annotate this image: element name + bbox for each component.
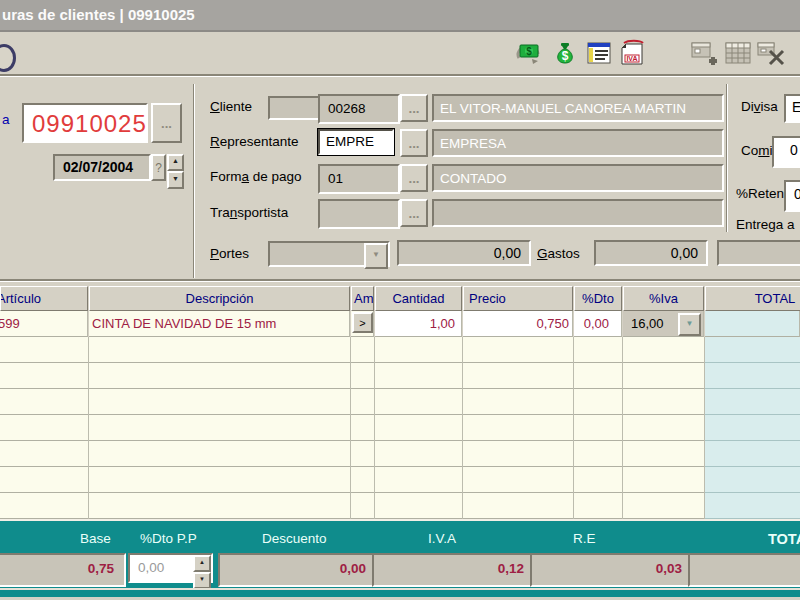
col-header-total[interactable]: TOTAL (705, 286, 800, 311)
representante-label: Representante (210, 134, 299, 149)
clipped-toolbar-icon[interactable] (0, 44, 16, 72)
add-line-icon[interactable] (690, 41, 718, 67)
cliente-code-field[interactable]: 00268 (318, 94, 400, 124)
re-label: R.E (573, 531, 596, 546)
col-header-articulo[interactable]: Artículo (0, 286, 88, 311)
svg-text:$: $ (526, 46, 532, 57)
invoice-lookup-button[interactable]: ... (151, 103, 182, 143)
money-exchange-icon[interactable]: $ (516, 40, 542, 66)
col-header-iva[interactable]: %Iva (623, 286, 704, 311)
toolbar-divider (0, 74, 800, 77)
title-bar[interactable]: uras de clientes | 09910025 (0, 0, 800, 32)
cell-precio[interactable]: 0,750 (463, 311, 573, 337)
portes-label: Portes (210, 246, 249, 261)
reten-label: %Reten. (736, 186, 788, 201)
grid-icon[interactable] (724, 41, 752, 67)
iva-label: I.V.A (428, 531, 456, 546)
cell-dto[interactable]: 0,00 (574, 311, 622, 337)
transportista-label: Transportista (210, 205, 288, 220)
transportista-code-field[interactable] (318, 199, 400, 229)
col-header-amp[interactable]: Amp (351, 286, 374, 311)
cell-iva[interactable]: 16,00 ▼ (623, 311, 704, 337)
portes-dropdown-arrow-icon[interactable]: ▼ (364, 243, 388, 269)
delete-line-icon[interactable] (756, 41, 786, 67)
invoice-date: 02/07/2004 (63, 159, 133, 175)
transportista-lookup-button[interactable]: ... (400, 199, 428, 227)
col-header-descripcion[interactable]: Descripción (89, 286, 350, 311)
representante-name-display: EMPRESA (432, 129, 724, 157)
table-row: 599 CINTA DE NAVIDAD DE 15 mm > 1,00 0,7… (0, 311, 800, 337)
representante-code-field[interactable]: EMPRE (318, 129, 394, 155)
descuento-value-field: 0,00 (218, 553, 378, 587)
svg-text:IVA: IVA (626, 55, 637, 62)
forma-pago-lookup-button[interactable]: ... (400, 164, 428, 192)
base-label: Base (80, 531, 111, 546)
panel-divider-left (193, 84, 195, 278)
base-value-field: 0,75 (0, 553, 126, 587)
spinner-down-icon[interactable]: ▼ (193, 572, 211, 589)
grid-line (350, 337, 351, 519)
panel-divider-right (726, 84, 728, 232)
dto-pp-value: 0,00 (138, 560, 164, 575)
invoice-date-field[interactable]: 02/07/2004 (53, 154, 151, 181)
divisa-value: E (792, 99, 800, 115)
representante-lookup-button[interactable]: ... (400, 129, 428, 157)
portes-value-field: 0,00 (397, 240, 531, 266)
grid-line (374, 337, 375, 519)
entrega-label: Entrega a (736, 217, 795, 232)
invoice-number: 09910025 (32, 110, 147, 138)
portes-value: 0,00 (494, 245, 521, 261)
forma-pago-name-display: CONTADO (432, 164, 724, 192)
re-value-field: 0,03 (530, 553, 694, 587)
window-title: uras de clientes | 09910025 (2, 6, 195, 23)
grid-line (462, 337, 463, 519)
cell-cantidad[interactable]: 1,00 (375, 311, 462, 337)
cliente-lookup-button[interactable]: ... (400, 94, 428, 122)
grid-body[interactable] (0, 337, 800, 519)
spinner-down-icon[interactable]: ▼ (167, 171, 184, 189)
cell-descripcion[interactable]: CINTA DE NAVIDAD DE 15 mm (89, 311, 350, 337)
forma-pago-code-field[interactable]: 01 (318, 164, 400, 194)
dto-pp-label: %Dto P.P (140, 531, 197, 546)
cell-articulo[interactable]: 599 (0, 311, 88, 337)
col-header-cantidad[interactable]: Cantidad (375, 286, 462, 311)
spinner-up-icon[interactable]: ▲ (167, 154, 184, 171)
cell-amp: > (351, 311, 374, 337)
document-list-icon[interactable] (586, 41, 612, 65)
iva-document-icon[interactable]: IVA (618, 39, 646, 67)
divisa-label: Divisa (741, 99, 778, 114)
invoice-number-field[interactable]: 09910025 (22, 103, 148, 143)
col-header-dto[interactable]: %Dto (574, 286, 622, 311)
comi-field[interactable]: 0 (772, 136, 800, 168)
entrega-value-field (717, 240, 800, 266)
iva-value-field: 0,12 (372, 553, 536, 587)
gastos-label: Gastos (537, 246, 580, 261)
invoice-label-fragment: a (2, 112, 10, 127)
spinner-up-icon[interactable]: ▲ (193, 555, 211, 572)
svg-text:$: $ (562, 49, 569, 63)
date-spinner[interactable]: ▲ ▼ (167, 154, 184, 181)
dto-pp-spinner[interactable]: ▲ ▼ (193, 555, 211, 581)
portes-dropdown[interactable]: ▼ (268, 241, 390, 267)
cliente-label: Cliente (210, 99, 252, 114)
cell-total[interactable] (705, 311, 800, 337)
col-header-precio[interactable]: Precio (463, 286, 573, 311)
comi-value: 0 (790, 142, 798, 158)
divisa-field[interactable]: E (784, 94, 800, 123)
cliente-name-display: EL VITOR-MANUEL CANOREA MARTIN (432, 94, 724, 122)
money-bag-icon[interactable]: $ (552, 40, 578, 66)
total-column-tint (705, 337, 800, 519)
date-help-button[interactable]: ? (151, 154, 166, 181)
iva-dropdown-arrow-icon[interactable]: ▼ (678, 313, 701, 336)
cliente-extra-field[interactable] (268, 96, 320, 120)
form-grid-divider (0, 279, 800, 282)
total-label: TOTAL (768, 531, 800, 547)
reten-value: 0 (794, 186, 800, 202)
forma-pago-label: Forma de pago (210, 169, 302, 184)
dto-pp-spinner-field[interactable]: 0,00 ▲ ▼ (128, 553, 213, 583)
bottom-teal-strip (0, 590, 800, 597)
summary-bar: Base %Dto P.P Descuento I.V.A R.E TOTAL … (0, 521, 800, 588)
toolbar: $ $ IVA (0, 32, 800, 74)
ampliacion-button[interactable]: > (352, 312, 373, 333)
reten-field[interactable]: 0 (784, 180, 800, 212)
